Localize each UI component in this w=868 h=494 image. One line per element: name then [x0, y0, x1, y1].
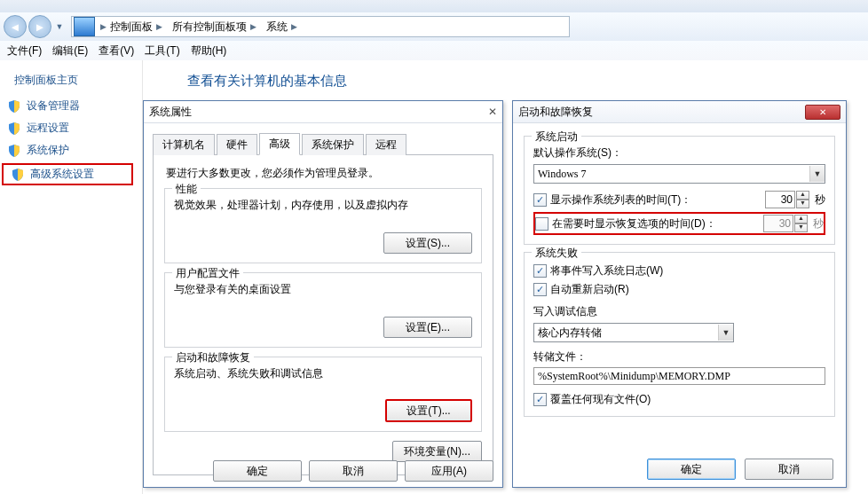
admin-note: 要进行大多数更改，您必须作为管理员登录。 — [166, 166, 482, 181]
sidebar-item-system-protection[interactable]: 系统保护 — [0, 141, 142, 160]
show-os-list-seconds-input[interactable] — [765, 191, 795, 208]
show-recovery-seconds-spinner[interactable]: ▲▼ — [763, 215, 808, 232]
debug-info-label: 写入调试信息 — [533, 304, 825, 319]
forward-button[interactable]: ► — [28, 15, 51, 38]
startup-settings-button[interactable]: 设置(T)... — [385, 399, 472, 422]
ok-button[interactable]: 确定 — [213, 460, 302, 482]
dump-file-field[interactable]: %SystemRoot%\Minidump\MEMORY.DMP — [533, 367, 825, 385]
shield-icon — [7, 99, 21, 114]
overwrite-label: 覆盖任何现有文件(O) — [550, 392, 651, 407]
spin-down-icon[interactable]: ▼ — [796, 200, 809, 208]
spin-up-icon[interactable]: ▲ — [796, 191, 809, 200]
sidebar-header[interactable]: 控制面板主页 — [14, 73, 142, 88]
dialog-title: 系统属性 — [149, 105, 192, 120]
chevron-right-icon[interactable]: ▶ — [291, 22, 297, 31]
group-startup-title: 启动和故障恢复 — [172, 350, 254, 365]
breadcrumb-label: 所有控制面板项 — [172, 20, 247, 35]
breadcrumb-label: 系统 — [266, 20, 288, 35]
sidebar-item-label: 设备管理器 — [27, 98, 80, 114]
show-os-list-seconds-spinner[interactable]: ▲▼ — [765, 191, 809, 208]
group-profiles-desc: 与您登录有关的桌面设置 — [174, 282, 472, 297]
back-button[interactable]: ◄ — [4, 15, 27, 38]
spin-up-icon: ▲ — [794, 215, 808, 223]
tab-remote[interactable]: 远程 — [366, 134, 406, 155]
group-performance-desc: 视觉效果，处理器计划，内存使用，以及虚拟内存 — [174, 198, 472, 213]
breadcrumb-seg-all-items[interactable]: 所有控制面板项 ▶ — [169, 18, 263, 35]
sidebar-item-label: 高级系统设置 — [30, 167, 94, 182]
default-os-select[interactable]: Windows 7 ▼ — [533, 164, 825, 184]
menu-file[interactable]: 文件(F) — [7, 43, 42, 59]
chevron-right-icon[interactable]: ▶ — [250, 22, 256, 31]
dump-file-value: %SystemRoot%\Minidump\MEMORY.DMP — [538, 370, 730, 383]
cancel-button[interactable]: 取消 — [309, 460, 398, 482]
menu-bar: 文件(F) 编辑(E) 查看(V) 工具(T) 帮助(H) — [0, 41, 868, 61]
auto-restart-label: 自动重新启动(R) — [550, 282, 629, 297]
environment-variables-button[interactable]: 环境变量(N)... — [392, 441, 482, 462]
group-system-failure-title: 系统失败 — [532, 246, 581, 261]
breadcrumb-seg-control-panel[interactable]: 控制面板 ▶ — [107, 18, 169, 35]
sidebar-item-label: 系统保护 — [27, 143, 69, 158]
tab-hardware[interactable]: 硬件 — [217, 134, 257, 155]
close-hint-icon[interactable]: ✕ — [488, 106, 497, 119]
write-event-log-checkbox[interactable] — [533, 264, 547, 278]
show-os-list-label: 显示操作系统列表的时间(T)： — [550, 192, 765, 208]
dialog-title: 启动和故障恢复 — [518, 105, 593, 120]
startup-recovery-dialog: 启动和故障恢复 ✕ 系统启动 默认操作系统(S)： Windows 7 ▼ 显示… — [512, 100, 847, 488]
show-recovery-seconds-input — [763, 215, 793, 232]
chevron-down-icon: ▼ — [809, 166, 825, 182]
tab-system-protection[interactable]: 系统保护 — [302, 134, 364, 155]
tab-bar: 计算机名 硬件 高级 系统保护 远程 — [153, 132, 493, 155]
apply-button[interactable]: 应用(A) — [405, 460, 493, 482]
shield-icon — [11, 168, 25, 182]
menu-view[interactable]: 查看(V) — [99, 43, 134, 59]
group-system-boot-title: 系统启动 — [532, 129, 581, 145]
breadcrumb[interactable]: ▶ 控制面板 ▶ 所有控制面板项 ▶ 系统 ▶ — [71, 16, 570, 37]
default-os-label: 默认操作系统(S)： — [533, 145, 825, 161]
sidebar-item-device-manager[interactable]: 设备管理器 — [0, 97, 142, 115]
nav-history-dropdown[interactable]: ▼ — [53, 16, 66, 37]
performance-settings-button[interactable]: 设置(S)... — [383, 232, 472, 254]
sidebar: 控制面板主页 设备管理器 远程设置 系统保护 高级系统设置 — [0, 60, 143, 494]
system-properties-dialog: 系统属性 ✕ 计算机名 硬件 高级 系统保护 远程 要进行大多数更改，您必须作为… — [143, 100, 503, 488]
breadcrumb-seg-system[interactable]: 系统 ▶ — [263, 18, 304, 35]
shield-icon — [7, 122, 21, 136]
menu-edit[interactable]: 编辑(E) — [52, 43, 88, 59]
group-performance-title: 性能 — [172, 182, 201, 197]
group-profiles-title: 用户配置文件 — [172, 266, 243, 281]
sidebar-item-advanced-system-settings[interactable]: 高级系统设置 — [2, 163, 133, 185]
auto-restart-checkbox[interactable] — [533, 283, 547, 296]
write-event-log-label: 将事件写入系统日志(W) — [550, 263, 663, 278]
shield-icon — [7, 144, 21, 158]
sidebar-item-label: 远程设置 — [27, 121, 69, 136]
seconds-unit: 秒 — [815, 192, 825, 208]
explorer-address-bar: ◄ ► ▼ ▶ 控制面板 ▶ 所有控制面板项 ▶ 系统 ▶ — [0, 12, 868, 42]
ok-button[interactable]: 确定 — [647, 459, 736, 480]
chevron-right-icon[interactable]: ▶ — [100, 22, 107, 31]
debug-info-value: 核心内存转储 — [538, 325, 602, 341]
menu-tools[interactable]: 工具(T) — [145, 43, 179, 59]
menu-help[interactable]: 帮助(H) — [191, 43, 227, 59]
tab-advanced[interactable]: 高级 — [259, 133, 300, 155]
overwrite-checkbox[interactable] — [533, 393, 547, 406]
show-recovery-checkbox[interactable] — [535, 217, 548, 231]
default-os-value: Windows 7 — [538, 168, 587, 181]
show-os-list-checkbox[interactable] — [533, 193, 547, 207]
dump-file-label: 转储文件： — [533, 349, 825, 365]
close-button[interactable]: ✕ — [805, 105, 840, 120]
spin-down-icon: ▼ — [794, 223, 808, 232]
breadcrumb-label: 控制面板 — [110, 20, 153, 35]
debug-info-select[interactable]: 核心内存转储 ▼ — [533, 323, 734, 342]
control-panel-icon — [74, 17, 95, 36]
seconds-unit: 秒 — [813, 216, 824, 231]
chevron-right-icon[interactable]: ▶ — [156, 22, 162, 31]
group-startup-desc: 系统启动、系统失败和调试信息 — [174, 366, 472, 381]
chevron-down-icon: ▼ — [718, 325, 733, 341]
profiles-settings-button[interactable]: 设置(E)... — [383, 317, 472, 338]
stray-titlebar — [0, 0, 868, 13]
show-recovery-label: 在需要时显示恢复选项的时间(D)： — [552, 216, 763, 231]
cancel-button[interactable]: 取消 — [745, 459, 833, 480]
page-title: 查看有关计算机的基本信息 — [187, 73, 868, 90]
tab-computer-name[interactable]: 计算机名 — [153, 134, 215, 155]
sidebar-item-remote-settings[interactable]: 远程设置 — [0, 119, 142, 137]
main-content: 查看有关计算机的基本信息 系统属性 ✕ 计算机名 硬件 高级 系统保护 远程 要… — [143, 60, 868, 494]
